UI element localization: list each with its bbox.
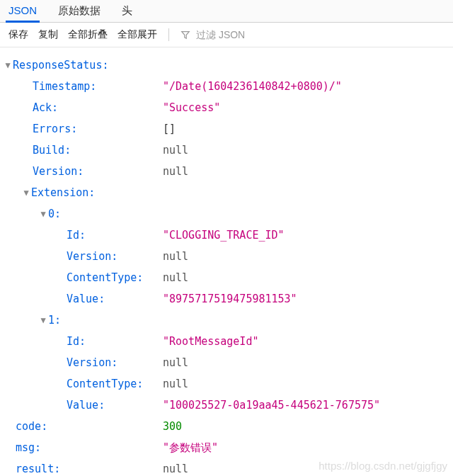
key-label: Build [33, 140, 64, 161]
value: 300 [163, 416, 182, 437]
chevron-down-icon[interactable]: ▼ [38, 312, 48, 329]
node-timestamp[interactable]: Timestamp: "/Date(1604236140842+0800)/" [3, 76, 449, 97]
key-label: 1 [48, 310, 55, 331]
node-responseStatus[interactable]: ▼ResponseStatus: [3, 55, 449, 76]
chevron-down-icon[interactable]: ▼ [38, 205, 48, 222]
tab-headers[interactable]: 头 [119, 0, 135, 22]
key-label: Errors [33, 118, 71, 140]
node-ext1-value[interactable]: Value: "100025527-0a19aa45-445621-767575… [3, 395, 449, 416]
view-tabs: JSON 原始数据 头 [0, 0, 453, 23]
key-label: Id [67, 225, 79, 246]
node-ext-0[interactable]: ▼0: [3, 203, 449, 225]
json-tree: ▼ResponseStatus: Timestamp: "/Date(16042… [0, 47, 453, 476]
node-ext-1[interactable]: ▼1: [3, 310, 449, 331]
value: "/Date(1604236140842+0800)/" [163, 76, 342, 97]
node-ext1-version[interactable]: Version: null [3, 352, 449, 373]
collapse-all-button[interactable]: 全部折叠 [68, 27, 108, 42]
value: "Success" [163, 97, 220, 118]
node-version[interactable]: Version: null [3, 161, 449, 182]
key-label: Ack [33, 97, 52, 118]
filter-input[interactable] [195, 28, 445, 41]
node-build[interactable]: Build: null [3, 140, 449, 161]
value: null [163, 373, 188, 395]
key-label: 0 [48, 203, 55, 225]
save-button[interactable]: 保存 [8, 27, 28, 42]
key-label: Extension [31, 182, 88, 203]
key-label: ContentType [67, 373, 137, 395]
node-code[interactable]: code: 300 [3, 416, 449, 437]
filter-icon [180, 30, 190, 40]
key-label: Timestamp [33, 76, 90, 97]
key-label: ContentType [67, 267, 137, 288]
chevron-down-icon[interactable]: ▼ [21, 184, 31, 201]
key-label: ResponseStatus [13, 55, 102, 76]
value: "参数错误" [163, 437, 218, 458]
key-label: Version [67, 352, 111, 373]
node-ext0-value[interactable]: Value: "8975717519475981153" [3, 288, 449, 310]
toolbar: 保存 复制 全部折叠 全部展开 [0, 23, 453, 47]
value: "RootMessageId" [163, 331, 258, 352]
value: "8975717519475981153" [163, 288, 297, 310]
key-label: Version [67, 246, 111, 267]
value: "100025527-0a19aa45-445621-767575" [163, 395, 380, 416]
value: null [163, 458, 188, 476]
key-label: Value [67, 288, 98, 310]
value: null [163, 161, 188, 182]
filter-field[interactable] [180, 28, 445, 41]
value: "CLOGGING_TRACE_ID" [163, 225, 285, 246]
value: null [163, 140, 188, 161]
node-ext0-contenttype[interactable]: ContentType: null [3, 267, 449, 288]
key-label: Id [67, 331, 79, 352]
chevron-down-icon[interactable]: ▼ [3, 57, 13, 74]
value: null [163, 267, 188, 288]
value: null [163, 246, 188, 267]
tab-raw[interactable]: 原始数据 [55, 0, 103, 22]
key-label: code [16, 416, 41, 437]
toolbar-divider [168, 28, 169, 41]
key-label: Version [33, 161, 77, 182]
node-ext1-contenttype[interactable]: ContentType: null [3, 373, 449, 395]
key-label: result [16, 458, 54, 476]
copy-button[interactable]: 复制 [38, 27, 58, 42]
node-ack[interactable]: Ack: "Success" [3, 97, 449, 118]
expand-all-button[interactable]: 全部展开 [117, 27, 157, 42]
value: null [163, 352, 188, 373]
node-extension[interactable]: ▼Extension: [3, 182, 449, 203]
node-msg[interactable]: msg: "参数错误" [3, 437, 449, 458]
key-label: msg [16, 437, 35, 458]
node-ext0-version[interactable]: Version: null [3, 246, 449, 267]
node-ext0-id[interactable]: Id: "CLOGGING_TRACE_ID" [3, 225, 449, 246]
value: [] [163, 118, 176, 140]
node-result[interactable]: result: null [3, 458, 449, 476]
key-label: Value [67, 395, 98, 416]
tab-json[interactable]: JSON [6, 0, 40, 23]
node-ext1-id[interactable]: Id: "RootMessageId" [3, 331, 449, 352]
node-errors[interactable]: Errors: [] [3, 118, 449, 140]
